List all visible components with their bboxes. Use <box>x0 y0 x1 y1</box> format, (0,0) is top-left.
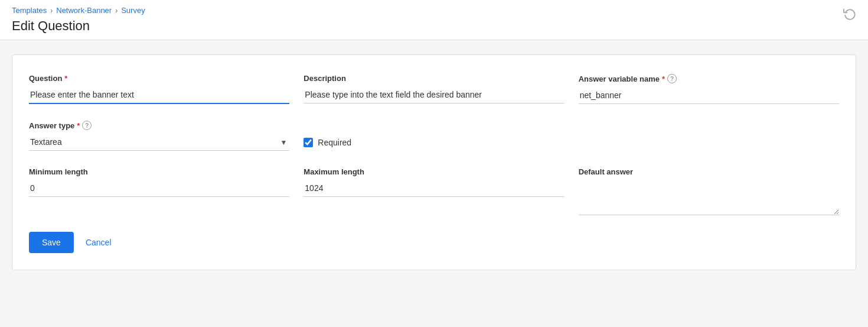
min-length-label: Minimum length <box>29 167 289 176</box>
breadcrumb-network-banner[interactable]: Network-Banner <box>56 6 112 15</box>
min-length-group: Minimum length <box>29 167 289 215</box>
question-label: Question * <box>29 74 289 83</box>
answer-type-label: Answer type * ? <box>29 121 289 130</box>
min-length-input[interactable] <box>29 180 289 197</box>
form-row-2: Answer type * ? Text Textarea Integer Fl… <box>29 121 839 151</box>
answer-type-select[interactable]: Text Textarea Integer Float MultipleChoi… <box>29 134 289 151</box>
max-length-group: Maximum length <box>304 167 564 215</box>
answer-variable-info-icon: ? <box>667 74 677 83</box>
default-answer-textarea[interactable] <box>579 180 839 215</box>
default-answer-label: Default answer <box>579 167 839 176</box>
answer-variable-required-star: * <box>662 75 665 83</box>
history-button[interactable] <box>843 7 856 23</box>
form-row-1: Question * Description Answer variable n… <box>29 74 839 104</box>
default-answer-group: Default answer <box>579 167 839 215</box>
description-group: Description <box>304 74 564 104</box>
answer-type-info-icon: ? <box>82 121 92 130</box>
cancel-button[interactable]: Cancel <box>83 232 114 253</box>
required-group: Required <box>304 121 564 151</box>
answer-variable-input[interactable] <box>579 87 839 104</box>
answer-type-spacer <box>579 121 839 151</box>
answer-type-required-star: * <box>77 121 80 130</box>
answer-variable-group: Answer variable name * ? <box>579 74 839 104</box>
answer-type-group: Answer type * ? Text Textarea Integer Fl… <box>29 121 289 151</box>
required-label-placeholder <box>304 121 564 129</box>
top-bar: Templates › Network-Banner › Survey Edit… <box>0 0 868 40</box>
max-length-label: Maximum length <box>304 167 564 176</box>
answer-type-select-wrapper: Text Textarea Integer Float MultipleChoi… <box>29 134 289 151</box>
form-row-3: Minimum length Maximum length Default an… <box>29 167 839 215</box>
save-button[interactable]: Save <box>29 232 74 253</box>
question-required-star: * <box>64 74 67 83</box>
required-checkbox-row: Required <box>304 138 564 147</box>
answer-variable-label: Answer variable name * ? <box>579 74 839 83</box>
breadcrumb-survey[interactable]: Survey <box>121 6 145 15</box>
main-content: Question * Description Answer variable n… <box>0 40 868 284</box>
breadcrumb-templates[interactable]: Templates <box>12 6 47 15</box>
description-input[interactable] <box>304 86 564 103</box>
breadcrumb-sep-1: › <box>50 7 53 15</box>
breadcrumb: Templates › Network-Banner › Survey <box>12 6 856 15</box>
form-card: Question * Description Answer variable n… <box>12 54 856 270</box>
required-checkbox[interactable] <box>304 138 313 147</box>
required-checkbox-label: Required <box>318 138 351 147</box>
action-row: Save Cancel <box>29 232 839 253</box>
question-group: Question * <box>29 74 289 104</box>
description-label: Description <box>304 74 564 83</box>
breadcrumb-sep-2: › <box>115 7 118 15</box>
question-input[interactable] <box>29 86 289 104</box>
max-length-input[interactable] <box>304 180 564 197</box>
page-title: Edit Question <box>12 18 856 40</box>
